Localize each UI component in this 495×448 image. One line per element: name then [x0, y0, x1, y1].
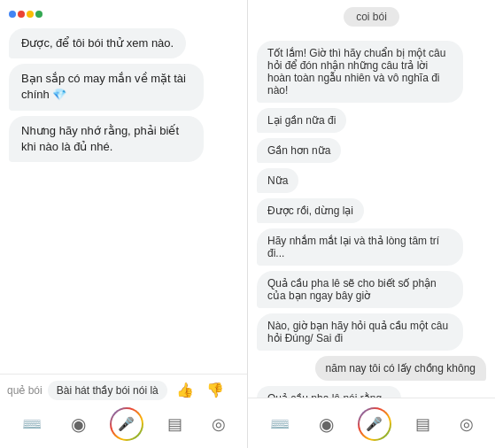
compass-icon[interactable]: ◎ [206, 411, 231, 437]
suggestion-row: quẻ bói Bài hát thầy bói nói là 👍 👎 [7, 380, 240, 400]
right-input-row: ⌨️ ◉ 🎤 ▤ ◎ [255, 404, 488, 443]
bot-message-3: Nhưng hãy nhớ rằng, phải biết khi nào là… [9, 116, 204, 162]
assistant-icon [9, 11, 238, 18]
right-text-input-icon[interactable]: ▤ [410, 411, 436, 437]
left-bottom-bar: quẻ bói Bài hát thầy bói nói là 👍 👎 ⌨️ ◉… [0, 374, 247, 448]
right-bot-msg-3: Nữa [257, 168, 298, 193]
keyboard-icon[interactable]: ⌨️ [17, 411, 47, 437]
suggestion-prefix: quẻ bói [7, 384, 43, 397]
right-bot-msg-9: Quả cầu pha lê nói rằng... [257, 386, 401, 398]
right-mic-button[interactable]: 🎤 [358, 407, 391, 441]
bot-message-1: Được, để tôi bói thử xem nào. [9, 28, 186, 58]
right-bot-msg-6: Quả cầu pha lê sẽ cho biết số phận của b… [257, 271, 463, 308]
left-input-row: ⌨️ ◉ 🎤 ▤ ◎ [7, 404, 240, 443]
text-input-icon[interactable]: ▤ [162, 411, 188, 437]
mic-button[interactable]: 🎤 [110, 407, 143, 441]
left-chat-area: Được, để tôi bói thử xem nào. Bạn sắp có… [0, 0, 247, 374]
right-bot-msg-0: Tốt lắm! Giờ thì hãy chuẩn bị một câu hỏ… [257, 41, 463, 103]
thumb-up-button[interactable]: 👍 [173, 380, 197, 400]
mic-icon: 🎤 [118, 416, 135, 432]
right-panel: coi bói Tốt lắm! Giờ thì hãy chuẩn bị mộ… [248, 0, 495, 448]
thumb-down-button[interactable]: 👎 [203, 380, 228, 400]
suggestion-chip[interactable]: Bài hát thầy bói nói là [48, 381, 167, 400]
right-camera-icon[interactable]: ◉ [313, 410, 339, 438]
bot-message-2: Bạn sắp có may mắn về mặt tài chính 💎 [9, 64, 204, 110]
right-bot-msg-7: Nào, giờ bạn hãy hỏi quả cầu một câu hỏi… [257, 313, 463, 351]
right-bot-msg-2: Gần hơn nữa [257, 138, 341, 163]
right-bot-msg-4: Được rồi, dừng lại [257, 198, 364, 223]
right-bot-msg-5: Hãy nhắm mắt lại và thả lòng tâm trí đi.… [257, 228, 463, 266]
right-compass-icon[interactable]: ◎ [454, 411, 479, 437]
right-label: coi bói [344, 7, 399, 27]
right-bottom-bar: ⌨️ ◉ 🎤 ▤ ◎ [248, 398, 495, 448]
bot-msg-2-text: Bạn sắp có may mắn về mặt tài chính 💎 [21, 72, 186, 101]
camera-icon[interactable]: ◉ [66, 410, 91, 438]
right-label-row: coi bói [248, 0, 495, 30]
right-bot-msg-1: Lại gần nữa đi [257, 108, 346, 133]
left-panel: Được, để tôi bói thử xem nào. Bạn sắp có… [0, 0, 248, 448]
right-keyboard-icon[interactable]: ⌨️ [265, 411, 295, 437]
right-user-msg-0: năm nay tôi có lấy chồng không [315, 356, 486, 381]
right-mic-icon: 🎤 [366, 416, 383, 432]
right-chat-area: Tốt lắm! Giờ thì hãy chuẩn bị một câu hỏ… [248, 30, 495, 398]
